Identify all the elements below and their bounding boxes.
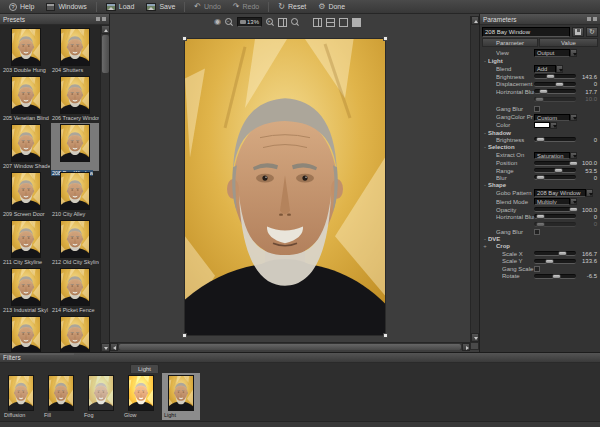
brightness-slider[interactable]: [534, 74, 576, 79]
compare-split-icon[interactable]: [278, 18, 287, 27]
scrollbar-thumb[interactable]: [119, 344, 461, 350]
displacement-slider[interactable]: [534, 82, 576, 87]
scale-y-slider[interactable]: [534, 259, 576, 264]
transform-handle-top-right[interactable]: [383, 36, 388, 41]
group-row-selection[interactable]: - Selection: [482, 144, 598, 151]
chevron-down-icon[interactable]: [556, 65, 563, 73]
blend-mode-dropdown[interactable]: Multiply: [534, 198, 577, 206]
view-layout-horizontal-icon[interactable]: [326, 18, 335, 27]
transform-handle-bottom-left[interactable]: [182, 333, 187, 338]
zoom-fit-icon[interactable]: [291, 18, 299, 26]
shape-gang-blur-checkbox[interactable]: [534, 229, 540, 235]
group-row-shape[interactable]: - Shape: [482, 182, 598, 189]
group-row-light[interactable]: - Light: [482, 57, 598, 64]
preset-item[interactable]: 210 City Alley: [51, 171, 99, 219]
canvas-horizontal-scrollbar[interactable]: [110, 342, 470, 350]
opacity-slider[interactable]: [534, 207, 576, 212]
column-parameter[interactable]: Parameter: [482, 38, 538, 47]
scroll-up-icon[interactable]: [101, 25, 109, 34]
canvas-vertical-scrollbar[interactable]: [470, 16, 479, 342]
chevron-down-icon[interactable]: [550, 122, 557, 129]
redo-button[interactable]: ↷ Redo: [228, 1, 264, 13]
shape-horizontal-blur-slider[interactable]: [534, 214, 576, 219]
preset-item[interactable]: 207 Window Shades: [2, 123, 50, 171]
view-dropdown[interactable]: Output: [534, 49, 577, 57]
transform-handle-top-left[interactable]: [182, 36, 187, 41]
view-layout-single-icon[interactable]: [339, 18, 348, 27]
scroll-up-icon[interactable]: [471, 16, 479, 25]
filters-bottom-scrollbar[interactable]: [0, 421, 600, 427]
scroll-down-icon[interactable]: [471, 333, 479, 342]
filter-item-glow[interactable]: Glow: [122, 373, 160, 420]
load-button[interactable]: Load: [101, 1, 140, 13]
panel-close-icon[interactable]: [593, 17, 597, 21]
scrollbar-thumb[interactable]: [102, 35, 109, 73]
scale-x-slider[interactable]: [534, 251, 576, 256]
view-layout-vertical-icon[interactable]: [313, 18, 322, 27]
presets-scrollbar[interactable]: [100, 25, 109, 352]
chevron-down-icon[interactable]: [570, 114, 577, 122]
preset-item[interactable]: 205 Venetian Blind: [2, 75, 50, 123]
zoom-out-icon[interactable]: −: [225, 18, 233, 26]
selection-blur-slider[interactable]: [534, 175, 576, 180]
expand-icon[interactable]: +: [482, 243, 488, 249]
filter-item-diffusion[interactable]: Diffusion: [2, 373, 40, 420]
preset-item[interactable]: 212 Old City Skyline: [51, 219, 99, 267]
scroll-left-icon[interactable]: [110, 343, 118, 351]
preview-image[interactable]: [184, 38, 386, 336]
preset-item[interactable]: 211 City Skyline: [2, 219, 50, 267]
reset-preset-button[interactable]: ↻: [586, 27, 598, 37]
rotate-slider[interactable]: [534, 274, 576, 279]
filter-item-light-selected[interactable]: Light: [162, 373, 200, 420]
view-layout-full-icon[interactable]: [352, 18, 361, 27]
color-swatch[interactable]: [534, 122, 550, 128]
group-row-dve[interactable]: - DVE: [482, 235, 598, 242]
column-value[interactable]: Value: [539, 38, 598, 47]
preset-item[interactable]: 209 Screen Door: [2, 171, 50, 219]
reset-button[interactable]: ↻ Reset: [273, 1, 311, 13]
preset-item[interactable]: 206 Tracery Window: [51, 75, 99, 123]
chevron-down-icon[interactable]: [570, 152, 577, 160]
help-button[interactable]: ? Help: [4, 1, 39, 13]
horizontal-blur-slider[interactable]: [534, 89, 576, 94]
gang-blur-checkbox[interactable]: [534, 106, 540, 112]
preset-item[interactable]: 203 Double Hung: [2, 27, 50, 75]
gobo-pattern-dropdown[interactable]: 208 Bay Window: [534, 189, 593, 197]
extract-on-dropdown[interactable]: Saturation: [534, 152, 577, 160]
blend-dropdown[interactable]: Add: [534, 65, 563, 73]
shadow-brightness-slider[interactable]: [534, 137, 576, 142]
chevron-down-icon[interactable]: [586, 189, 593, 197]
done-button[interactable]: ⚙ Done: [313, 1, 350, 13]
undo-button[interactable]: ↶ Undo: [189, 1, 225, 13]
range-slider[interactable]: [534, 168, 576, 173]
transform-handle-bottom-right[interactable]: [383, 333, 388, 338]
preset-item[interactable]: [2, 315, 50, 352]
preset-item-selected[interactable]: 208 Bay Window: [51, 123, 99, 171]
position-slider[interactable]: [534, 161, 576, 166]
save-preset-button[interactable]: [572, 27, 584, 37]
filter-category-tab[interactable]: Light: [130, 364, 159, 373]
color-compare-icon[interactable]: ◉: [214, 17, 221, 27]
filter-item-fog[interactable]: Fog: [82, 373, 120, 420]
group-row-shadow[interactable]: - Shadow: [482, 129, 598, 136]
preset-item[interactable]: 204 Shutters: [51, 27, 99, 75]
preset-name-input[interactable]: 208 Bay Window: [482, 27, 570, 37]
panel-pin-icon[interactable]: [96, 17, 100, 21]
filter-item-fill[interactable]: Fill: [42, 373, 80, 420]
chevron-down-icon[interactable]: [570, 198, 577, 206]
group-row-crop[interactable]: + Crop: [482, 243, 598, 250]
scroll-down-icon[interactable]: [101, 343, 109, 352]
preset-item[interactable]: 214 Picket Fence: [51, 267, 99, 315]
scroll-right-icon[interactable]: [462, 343, 470, 351]
panel-close-icon[interactable]: [102, 17, 106, 21]
zoom-in-icon[interactable]: +: [266, 18, 274, 26]
preset-item[interactable]: [51, 315, 99, 352]
panel-pin-icon[interactable]: [587, 17, 591, 21]
gangcolor-dropdown[interactable]: Custom: [534, 114, 577, 122]
save-button[interactable]: Save: [141, 1, 180, 13]
preset-item[interactable]: 213 Industrial Skyl: [2, 267, 50, 315]
chevron-down-icon[interactable]: [570, 49, 577, 57]
zoom-level-box[interactable]: 13%: [237, 17, 262, 27]
gang-scale-checkbox[interactable]: [534, 266, 540, 272]
windows-button[interactable]: Windows: [41, 1, 91, 13]
